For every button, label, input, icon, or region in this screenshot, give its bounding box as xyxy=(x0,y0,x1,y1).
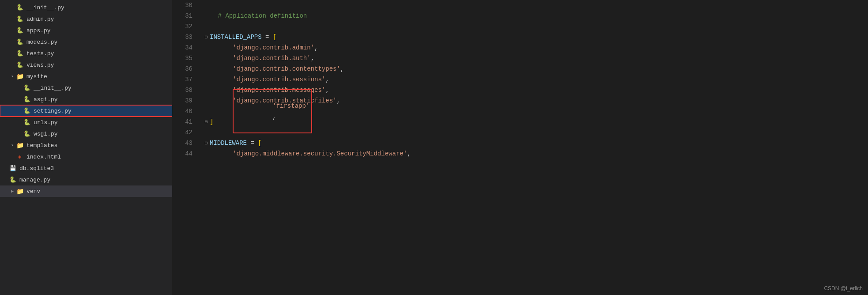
code-token xyxy=(203,85,233,95)
line-number: 42 xyxy=(172,127,192,138)
sidebar-item-urls-py[interactable]: 🐍 urls.py xyxy=(0,117,172,128)
sidebar-item-label: views.py xyxy=(26,62,54,68)
line-number: 41 xyxy=(172,117,192,127)
python-file-icon: 🐍 xyxy=(23,95,31,103)
sidebar-item-settings-py[interactable]: 🐍 settings.py xyxy=(0,105,172,117)
sidebar-item-label: tests.py xyxy=(26,50,54,57)
code-token: , xyxy=(407,148,411,159)
code-token: = xyxy=(247,138,258,148)
sidebar-item-label: settings.py xyxy=(34,108,72,114)
code-token: 'django.contrib.contenttypes' xyxy=(233,64,340,74)
line-number: 43 xyxy=(172,138,192,148)
line-number: 36 xyxy=(172,64,192,74)
python-file-icon: 🐍 xyxy=(23,118,31,126)
line-number: 30 xyxy=(172,0,192,11)
folder-icon: 📁 xyxy=(16,141,24,149)
sidebar-item-label: apps.py xyxy=(26,27,51,34)
code-line-32 xyxy=(203,21,868,32)
python-file-icon: 🐍 xyxy=(16,49,24,57)
line-number: 39 xyxy=(172,95,192,106)
code-token: MIDDLEWARE xyxy=(210,138,247,148)
code-token: 'django.contrib.auth' xyxy=(233,53,310,64)
code-token xyxy=(203,148,233,159)
code-token: 'django.contrib.admin' xyxy=(233,42,314,53)
sidebar-item-wsgi-py[interactable]: 🐍 wsgi.py xyxy=(0,128,172,140)
code-token: ] xyxy=(210,117,213,127)
chevron-down-icon: ▾ xyxy=(9,142,16,149)
code-line-30 xyxy=(203,0,868,11)
sidebar-item-label: mysite xyxy=(26,73,47,80)
chevron-down-icon: ▾ xyxy=(9,73,16,80)
code-line-31: # Application definition xyxy=(203,11,868,21)
sidebar-item-asgi-py[interactable]: 🐍 asgi.py xyxy=(0,94,172,105)
sidebar-item-label: __init__.py xyxy=(26,4,64,11)
html-file-icon: ◈ xyxy=(16,153,24,161)
code-line-40: 'firstapp' , xyxy=(203,106,868,117)
folder-icon: 📁 xyxy=(16,72,24,80)
sidebar-item-init-py-2[interactable]: 🐍 __init__.py xyxy=(0,82,172,94)
python-file-icon: 🐍 xyxy=(16,38,24,46)
code-token: [ xyxy=(273,32,276,42)
line-number: 35 xyxy=(172,53,192,64)
python-file-icon: 🐍 xyxy=(23,130,31,138)
code-token xyxy=(203,95,233,106)
code-token xyxy=(203,11,218,21)
code-token: INSTALLED_APPS xyxy=(210,32,262,42)
sidebar-item-index-html[interactable]: ◈ index.html xyxy=(0,151,172,163)
sidebar-item-label: venv xyxy=(26,188,40,195)
code-line-37: 'django.contrib.sessions' , xyxy=(203,74,868,85)
sidebar-item-models-py[interactable]: 🐍 models.py xyxy=(0,36,172,48)
sidebar-item-label: manage.py xyxy=(19,177,50,183)
sidebar-item-venv-folder[interactable]: ▶ 📁 venv xyxy=(0,185,172,197)
python-file-icon: 🐍 xyxy=(23,107,31,115)
code-token: , xyxy=(314,42,318,53)
sidebar-item-views-py[interactable]: 🐍 views.py xyxy=(0,59,172,71)
line-number: 37 xyxy=(172,74,192,85)
code-token xyxy=(203,74,233,85)
code-token: , xyxy=(325,74,329,85)
sidebar-item-label: __init__.py xyxy=(34,85,72,91)
code-content: # Application definition ⊟ INSTALLED_APP… xyxy=(199,0,868,295)
editor-body: 30 31 32 33 34 35 36 37 38 39 40 41 42 4… xyxy=(172,0,868,295)
sidebar-item-label: wsgi.py xyxy=(34,131,58,137)
code-token: 'django.middleware.security.SecurityMidd… xyxy=(233,148,407,159)
line-number: 33 xyxy=(172,32,192,42)
line-number: 32 xyxy=(172,21,192,32)
sidebar-item-manage-py[interactable]: 🐍 manage.py xyxy=(0,174,172,185)
code-token: , xyxy=(340,64,344,74)
python-file-icon: 🐍 xyxy=(16,26,24,34)
line-number: 31 xyxy=(172,11,192,21)
sidebar-item-label: admin.py xyxy=(26,16,54,23)
sidebar-item-tests-py[interactable]: 🐍 tests.py xyxy=(0,48,172,59)
sidebar-item-admin-py[interactable]: 🐍 admin.py xyxy=(0,13,172,25)
sidebar-item-db-sqlite3[interactable]: 💾 db.sqlite3 xyxy=(0,163,172,174)
fold-icon[interactable]: ⊟ xyxy=(203,119,209,125)
sidebar-item-apps-py[interactable]: 🐍 apps.py xyxy=(0,25,172,36)
line-numbers: 30 31 32 33 34 35 36 37 38 39 40 41 42 4… xyxy=(172,0,199,295)
code-token: , xyxy=(311,53,314,64)
line-number: 38 xyxy=(172,85,192,95)
python-file-icon: 🐍 xyxy=(16,4,24,11)
code-line-34: 'django.contrib.admin' , xyxy=(203,42,868,53)
code-line-35: 'django.contrib.auth' , xyxy=(203,53,868,64)
line-number: 44 xyxy=(172,148,192,159)
python-file-icon: 🐍 xyxy=(23,84,31,92)
sidebar-item-label: urls.py xyxy=(34,119,58,126)
sidebar-item-label: models.py xyxy=(26,39,57,45)
sqlite-file-icon: 💾 xyxy=(9,164,17,172)
python-file-icon: 🐍 xyxy=(16,15,24,23)
sidebar-item-label: index.html xyxy=(26,154,61,160)
code-token: , xyxy=(336,95,340,106)
fold-icon[interactable]: ⊟ xyxy=(203,34,209,40)
code-token xyxy=(203,106,233,117)
sidebar-item-templates-folder[interactable]: ▾ 📁 templates xyxy=(0,140,172,151)
code-token: 'firstapp' xyxy=(272,102,309,110)
code-line-42 xyxy=(203,127,868,138)
code-line-33: ⊟ INSTALLED_APPS = [ xyxy=(203,32,868,42)
code-line-41: ⊟ ] xyxy=(203,117,868,127)
fold-icon[interactable]: ⊟ xyxy=(203,140,209,146)
sidebar-item-label: db.sqlite3 xyxy=(19,165,54,172)
code-line-36: 'django.contrib.contenttypes' , xyxy=(203,64,868,74)
sidebar-item-mysite-folder[interactable]: ▾ 📁 mysite xyxy=(0,71,172,82)
sidebar-item-init-py-1[interactable]: 🐍 __init__.py xyxy=(0,2,172,13)
